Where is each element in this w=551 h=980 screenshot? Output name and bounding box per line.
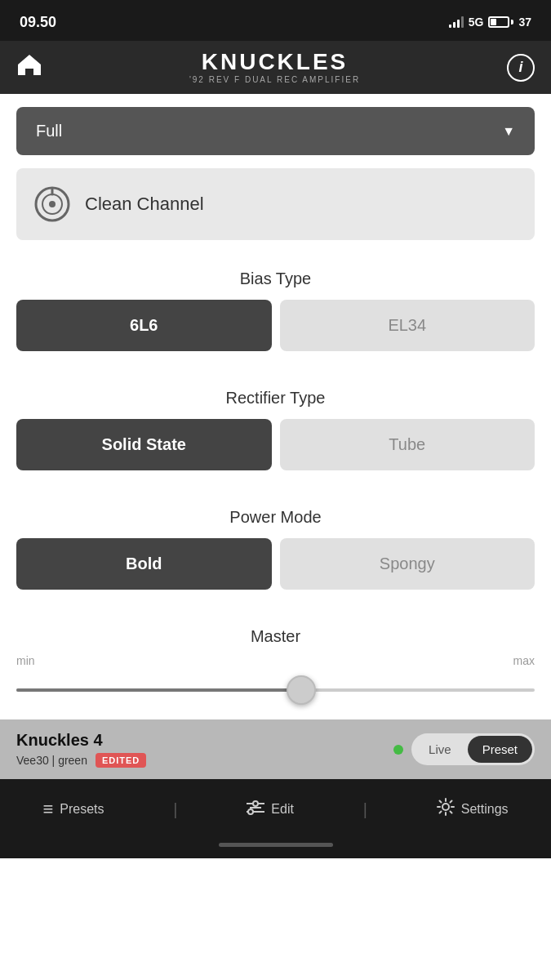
knob-icon	[33, 185, 72, 224]
info-icon[interactable]: i	[507, 54, 535, 82]
full-dropdown[interactable]: Full ▼	[16, 107, 535, 155]
power-spongy-button[interactable]: Spongy	[280, 538, 535, 590]
home-icon[interactable]	[16, 53, 42, 82]
slider-labels: min max	[16, 654, 535, 667]
battery-percentage: 37	[518, 16, 531, 29]
preset-button[interactable]: Preset	[468, 736, 532, 763]
green-status-dot	[393, 745, 403, 755]
live-preset-toggle: Live Preset	[393, 733, 535, 765]
preset-sub-text: Vee30 | green	[16, 754, 87, 767]
status-icons: 5G 37	[449, 16, 531, 29]
rectifier-type-section: Rectifier Type Solid State Tube	[0, 372, 551, 492]
preset-sub: Vee30 | green EDITED	[16, 753, 393, 768]
app-header: KNUCKLES '92 REV F DUAL REC AMPLIFIER i	[0, 41, 551, 94]
power-mode-toggle-group: Bold Spongy	[16, 538, 535, 590]
bias-type-title: Bias Type	[16, 270, 535, 288]
rectifier-solidstate-button[interactable]: Solid State	[16, 419, 272, 470]
nav-edit[interactable]: Edit	[247, 799, 294, 820]
live-button[interactable]: Live	[414, 736, 466, 763]
slider-max-label: max	[513, 654, 535, 667]
bottom-preset-bar: Knuckles 4 Vee30 | green EDITED Live Pre…	[0, 719, 551, 779]
logo-text: KNUCKLES	[202, 51, 349, 74]
settings-icon	[437, 798, 455, 821]
settings-label: Settings	[461, 802, 509, 817]
preset-name: Knuckles 4	[16, 731, 393, 750]
presets-icon: ≡	[42, 799, 53, 820]
live-preset-pill[interactable]: Live Preset	[411, 733, 535, 765]
power-mode-title: Power Mode	[16, 508, 535, 527]
chevron-down-icon: ▼	[502, 124, 515, 139]
slider-min-label: min	[16, 654, 35, 667]
nav-divider-1: |	[173, 800, 177, 819]
power-mode-section: Power Mode Bold Spongy	[0, 492, 551, 611]
nav-presets[interactable]: ≡ Presets	[42, 799, 104, 820]
master-slider[interactable]	[16, 674, 535, 706]
rectifier-toggle-group: Solid State Tube	[16, 419, 535, 470]
channel-section[interactable]: Clean Channel	[16, 168, 535, 240]
bias-type-section: Bias Type 6L6 EL34	[0, 253, 551, 372]
status-bar: 09.50 5G 37	[0, 0, 551, 41]
home-indicator	[0, 836, 551, 858]
svg-point-7	[248, 809, 253, 814]
home-bar	[219, 843, 333, 847]
presets-label: Presets	[60, 802, 104, 817]
logo-subtitle: '92 REV F DUAL REC AMPLIFIER	[189, 75, 360, 84]
dropdown-label: Full	[36, 122, 62, 140]
nav-settings[interactable]: Settings	[437, 798, 509, 821]
svg-point-8	[442, 804, 449, 810]
slider-thumb[interactable]	[287, 675, 316, 705]
bias-6l6-button[interactable]: 6L6	[16, 300, 272, 351]
status-time: 09.50	[20, 14, 56, 31]
svg-point-6	[253, 801, 258, 806]
main-content: Full ▼ Clean Channel Bias Type 6L6 EL34 …	[0, 107, 551, 719]
edit-label: Edit	[271, 802, 294, 817]
battery-icon	[488, 16, 513, 28]
edit-icon	[247, 799, 264, 820]
bias-type-toggle-group: 6L6 EL34	[16, 300, 535, 351]
power-bold-button[interactable]: Bold	[16, 538, 272, 590]
rectifier-type-title: Rectifier Type	[16, 389, 535, 408]
master-section: Master min max	[0, 611, 551, 719]
rectifier-tube-button[interactable]: Tube	[280, 419, 535, 470]
bias-el34-button[interactable]: EL34	[280, 300, 535, 351]
nav-divider-2: |	[363, 800, 367, 819]
master-title: Master	[16, 627, 535, 646]
preset-info: Knuckles 4 Vee30 | green EDITED	[16, 731, 393, 768]
network-label: 5G	[469, 16, 484, 29]
nav-bar: ≡ Presets | Edit | Settings	[0, 779, 551, 836]
channel-label: Clean Channel	[85, 194, 204, 215]
svg-point-2	[49, 201, 56, 207]
slider-track	[16, 688, 535, 692]
app-logo: KNUCKLES '92 REV F DUAL REC AMPLIFIER	[189, 51, 360, 84]
slider-fill	[16, 688, 301, 692]
signal-icon	[449, 16, 464, 28]
edited-badge: EDITED	[96, 753, 146, 768]
